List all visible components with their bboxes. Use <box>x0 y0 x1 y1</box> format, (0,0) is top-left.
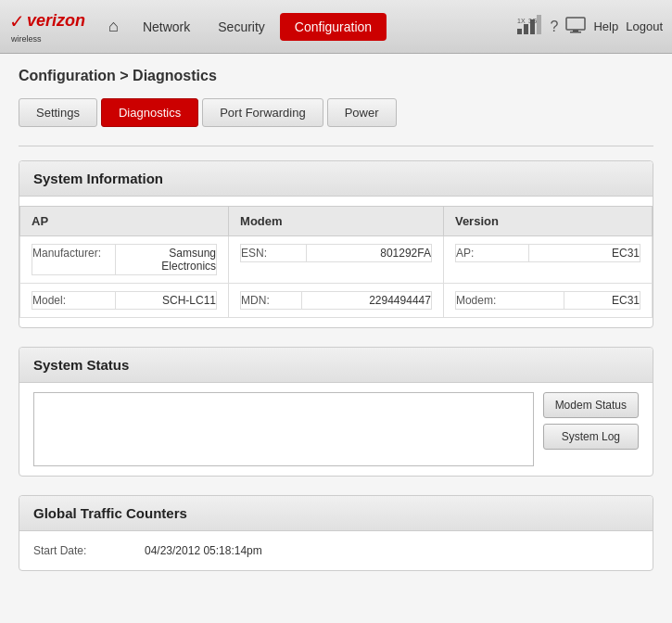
tabs-bar: Settings Diagnostics Port Forwarding Pow… <box>19 98 653 127</box>
ap-model-value: SCH-LC11 <box>116 292 217 310</box>
tab-diagnostics[interactable]: Diagnostics <box>101 98 198 127</box>
modem-mdn-label: MDN: <box>241 292 302 310</box>
col-header-ap: AP <box>20 207 229 236</box>
breadcrumb: Configuration > Diagnostics <box>19 68 653 84</box>
svg-rect-8 <box>570 32 581 33</box>
system-log-button[interactable]: System Log <box>543 424 639 450</box>
modem-mdn-value: 2294494447 <box>301 292 431 310</box>
global-traffic-title: Global Traffic Counters <box>19 496 653 531</box>
modem-status-button[interactable]: Modem Status <box>543 392 639 418</box>
svg-text:1X: 1X <box>517 18 526 24</box>
nav-item-configuration[interactable]: Configuration <box>280 13 387 41</box>
monitor-icon <box>565 17 586 36</box>
svg-text:3G: 3G <box>528 18 537 24</box>
table-row: Model: SCH-LC11 MDN: 2294494447 <box>20 284 653 318</box>
system-info-body: AP Modem Version Manufacturer: Samsung E… <box>19 197 653 327</box>
modem-esn-value: 801292FA <box>306 245 431 262</box>
col-header-version: Version <box>443 207 652 236</box>
version-ap-value: EC31 <box>528 245 640 262</box>
help-link[interactable]: Help <box>593 19 618 33</box>
system-status-body: Modem Status System Log <box>19 383 653 476</box>
system-status-title: System Status <box>19 348 653 383</box>
col-header-modem: Modem <box>229 207 444 236</box>
nav-item-network[interactable]: Network <box>130 14 203 40</box>
breadcrumb-parent: Configuration <box>19 68 116 83</box>
tab-port-forwarding[interactable]: Port Forwarding <box>202 98 323 127</box>
status-textarea[interactable] <box>33 392 534 466</box>
status-buttons-group: Modem Status System Log <box>543 392 639 450</box>
logo-area: ✓ verizon wireless <box>9 10 85 44</box>
tab-power[interactable]: Power <box>327 98 397 127</box>
start-date-value: 04/23/2012 05:18:14pm <box>145 544 262 557</box>
table-row: Manufacturer: Samsung Electronics ESN: 8… <box>20 236 653 284</box>
main-content: Configuration > Diagnostics Settings Dia… <box>0 54 672 623</box>
top-navigation: ✓ verizon wireless ⌂ Network Security Co… <box>0 0 672 54</box>
system-info-title: System Information <box>19 161 653 197</box>
svg-rect-0 <box>517 29 522 34</box>
svg-rect-7 <box>573 30 578 32</box>
svg-rect-6 <box>566 18 585 30</box>
modem-esn-label: ESN: <box>241 245 306 262</box>
ap-model-label: Model: <box>32 292 116 310</box>
breadcrumb-separator: > <box>116 68 133 83</box>
nav-right: 1X 3G ? Help Logout <box>517 14 663 40</box>
traffic-row: Start Date: 04/23/2012 05:18:14pm <box>33 540 639 561</box>
system-status-panel: System Status Modem Status System Log <box>19 347 653 477</box>
svg-rect-1 <box>524 24 528 34</box>
home-icon[interactable]: ⌂ <box>99 11 128 42</box>
section-divider <box>19 146 653 146</box>
verizon-checkmark-icon: ✓ <box>9 10 25 32</box>
nav-items: ⌂ Network Security Configuration <box>99 11 517 42</box>
signal-bars-svg: 1X 3G <box>517 14 543 36</box>
question-icon: ? <box>551 19 559 35</box>
version-modem-label: Modem: <box>455 292 564 310</box>
global-traffic-body: Start Date: 04/23/2012 05:18:14pm <box>19 531 653 570</box>
svg-rect-3 <box>537 15 541 34</box>
system-info-table: AP Modem Version Manufacturer: Samsung E… <box>19 206 653 318</box>
signal-icon: 1X 3G <box>517 14 543 40</box>
wireless-text: wireless <box>11 34 42 44</box>
system-info-panel: System Information AP Modem Version <box>19 160 653 328</box>
global-traffic-panel: Global Traffic Counters Start Date: 04/2… <box>19 495 653 571</box>
logout-link[interactable]: Logout <box>626 19 663 33</box>
tab-settings[interactable]: Settings <box>19 98 97 127</box>
breadcrumb-current: Diagnostics <box>133 68 217 83</box>
nav-item-security[interactable]: Security <box>205 14 278 40</box>
start-date-label: Start Date: <box>33 544 145 557</box>
verizon-logo-text: verizon <box>27 11 85 31</box>
ap-manufacturer-label: Manufacturer: <box>32 245 116 275</box>
version-ap-label: AP: <box>455 245 528 262</box>
version-modem-value: EC31 <box>564 292 640 310</box>
ap-manufacturer-value: Samsung Electronics <box>116 245 217 275</box>
